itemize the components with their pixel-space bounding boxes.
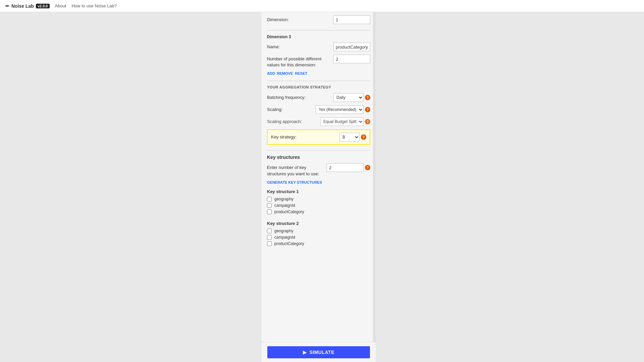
key-strategy-highlight: Key strategy: A B C ? bbox=[267, 129, 370, 145]
scaling-row: Scaling: Yes (Recommended) No ? bbox=[267, 105, 370, 114]
pencil-icon: ✏ bbox=[5, 3, 9, 9]
dimension3-title: Dimension 3 bbox=[267, 35, 370, 39]
ks1-geography-label: geography bbox=[274, 197, 293, 201]
ks2-item-geography: geography bbox=[267, 229, 370, 233]
ks1-productcategory-label: productCategory bbox=[274, 209, 304, 214]
scrollbar-track[interactable] bbox=[373, 12, 376, 342]
action-links: ADD REMOVE RESET bbox=[267, 71, 370, 75]
key-strategy-control: A B C ? bbox=[339, 133, 366, 141]
scaling-approach-select[interactable]: Equal Budget Split Custom bbox=[320, 117, 364, 126]
batching-help-icon[interactable]: ? bbox=[365, 95, 370, 100]
batching-select[interactable]: Daily Weekly Monthly bbox=[333, 93, 364, 102]
batching-row: Batching frequency: Daily Weekly Monthly… bbox=[267, 93, 370, 102]
nav-about[interactable]: About bbox=[55, 3, 66, 8]
ks2-item-productcategory: productCategory bbox=[267, 241, 370, 246]
simulate-button[interactable]: ▶ SIMULATE bbox=[267, 346, 370, 358]
ks1-productcategory-checkbox[interactable] bbox=[267, 209, 272, 214]
aggregation-section: YOUR AGGREGATION STRATEGY Batching frequ… bbox=[267, 85, 370, 145]
section-divider-1 bbox=[267, 81, 370, 81]
scaling-help-icon[interactable]: ? bbox=[365, 107, 370, 112]
simulate-label: SIMULATE bbox=[309, 350, 334, 355]
key-strategy-label: Key strategy: bbox=[271, 133, 337, 140]
dimension3-name-input[interactable] bbox=[333, 43, 370, 51]
scaling-control: Yes (Recommended) No ? bbox=[316, 105, 370, 114]
dimension3-values-row: Number of possible different values for … bbox=[267, 55, 370, 68]
dimension3-name-row: Name: bbox=[267, 43, 370, 51]
top-dimension-input[interactable] bbox=[333, 15, 370, 24]
app-logo: ✏ Noise Lab v2.0.0 bbox=[5, 3, 50, 9]
right-panel: 3. bbox=[376, 12, 644, 362]
main-container: Dimension: Dimension 3 Name: bbox=[0, 12, 644, 362]
ks2-title: Key structure 2 bbox=[267, 221, 370, 226]
top-dimension-row: Dimension: bbox=[267, 15, 370, 24]
ks1-geography-checkbox[interactable] bbox=[267, 197, 272, 201]
scaling-approach-help-icon[interactable]: ? bbox=[365, 119, 370, 124]
scaling-approach-label: Scaling approach: bbox=[267, 117, 318, 125]
dimension-header-partial: Dimension: bbox=[267, 12, 370, 31]
scaling-select[interactable]: Yes (Recommended) No bbox=[316, 105, 364, 114]
top-nav: ✏ Noise Lab v2.0.0 About How to use Nois… bbox=[0, 0, 644, 12]
key-strategy-row: Key strategy: A B C ? bbox=[271, 133, 366, 141]
ks1-item-geography: geography bbox=[267, 197, 370, 201]
remove-link[interactable]: REMOVE bbox=[277, 71, 293, 75]
batching-control: Daily Weekly Monthly ? bbox=[333, 93, 370, 102]
ks-count-help-icon[interactable]: ? bbox=[365, 165, 370, 170]
ks-count-input[interactable] bbox=[327, 163, 364, 172]
nav-how-to[interactable]: How to use Noise Lab? bbox=[71, 3, 116, 8]
ks1-item-campaignid: campaignId bbox=[267, 203, 370, 208]
add-link[interactable]: ADD bbox=[267, 71, 275, 75]
dimension3-name-control bbox=[333, 43, 370, 51]
top-dimension-control bbox=[333, 15, 370, 24]
ks2-productcategory-checkbox[interactable] bbox=[267, 241, 272, 246]
dimension3-section: Dimension 3 Name: Number of possible dif… bbox=[267, 35, 370, 75]
scaling-approach-control: Equal Budget Split Custom ? bbox=[320, 117, 370, 126]
version-badge: v2.0.0 bbox=[36, 4, 50, 8]
ks-count-control: ? bbox=[327, 163, 370, 172]
scaling-label: Scaling: bbox=[267, 105, 313, 113]
section-divider-2 bbox=[267, 150, 370, 150]
batching-label: Batching frequency: bbox=[267, 93, 331, 101]
ks1-title: Key structure 1 bbox=[267, 189, 370, 194]
ks2-item-campaignid: campaignId bbox=[267, 235, 370, 240]
ks2-geography-label: geography bbox=[274, 229, 293, 233]
ks2-geography-checkbox[interactable] bbox=[267, 229, 272, 233]
key-structures-title: Key structures bbox=[267, 155, 370, 160]
key-strategy-select[interactable]: A B C bbox=[339, 133, 360, 141]
dimension3-name-label: Name: bbox=[267, 43, 331, 50]
center-panel: Dimension: Dimension 3 Name: bbox=[262, 12, 376, 362]
key-structures-section: Key structures Enter number of key struc… bbox=[267, 155, 370, 246]
ks1-item-productcategory: productCategory bbox=[267, 209, 370, 214]
bottom-bar: ▶ SIMULATE bbox=[262, 342, 376, 362]
ks2-campaignid-checkbox[interactable] bbox=[267, 235, 272, 240]
scaling-approach-row: Scaling approach: Equal Budget Split Cus… bbox=[267, 117, 370, 126]
aggregation-title: YOUR AGGREGATION STRATEGY bbox=[267, 85, 370, 89]
left-panel bbox=[0, 12, 262, 362]
simulate-icon: ▶ bbox=[303, 350, 307, 355]
top-dimension-label: Dimension: bbox=[267, 15, 331, 23]
scroll-area[interactable]: Dimension: Dimension 3 Name: bbox=[262, 12, 376, 342]
ks1-campaignid-checkbox[interactable] bbox=[267, 203, 272, 208]
reset-link[interactable]: RESET bbox=[295, 71, 308, 75]
key-strategy-help-icon[interactable]: ? bbox=[361, 134, 366, 140]
dimension3-values-label: Number of possible different values for … bbox=[267, 55, 331, 68]
ks-count-row: Enter number of key structures you want … bbox=[267, 163, 370, 177]
dimension3-values-input[interactable] bbox=[333, 55, 370, 63]
ks2-productcategory-label: productCategory bbox=[274, 241, 304, 246]
ks2-campaignid-label: campaignId bbox=[274, 235, 295, 240]
generate-ks-link[interactable]: GENERATE KEY STRUCTURES bbox=[267, 180, 370, 184]
app-name: Noise Lab bbox=[11, 3, 34, 9]
dimension3-values-control bbox=[333, 55, 370, 63]
ks-count-label: Enter number of key structures you want … bbox=[267, 163, 324, 177]
ks1-campaignid-label: campaignId bbox=[274, 203, 295, 208]
